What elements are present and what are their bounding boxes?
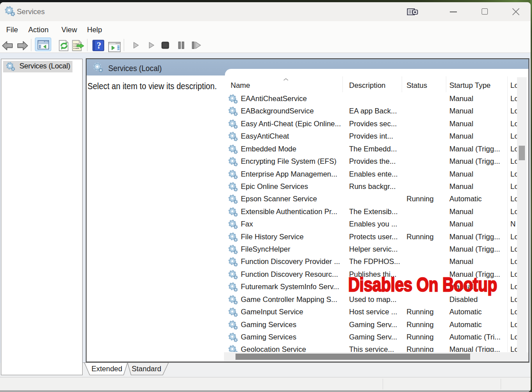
svg-text:?: ? [97, 41, 101, 50]
